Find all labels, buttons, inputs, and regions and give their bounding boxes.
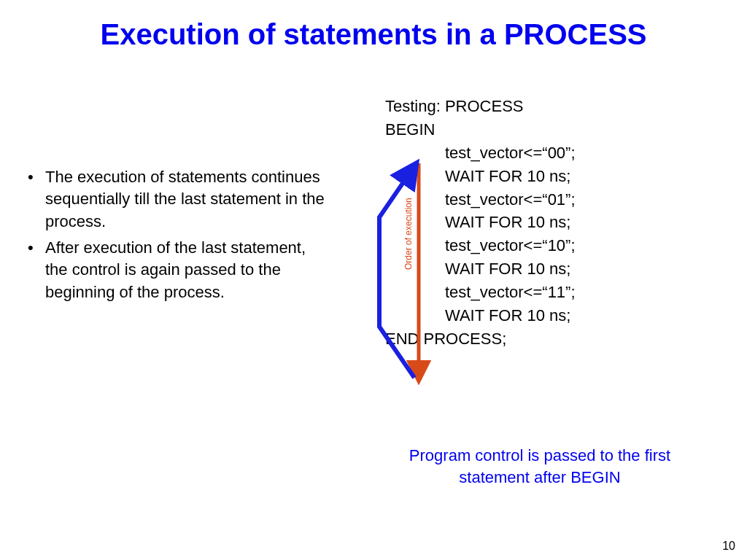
code-line: test_vector<=“11”; (385, 281, 721, 304)
code-line: WAIT FOR 10 ns; (385, 211, 721, 234)
slide-title: Execution of statements in a PROCESS (0, 18, 747, 51)
code-block: Testing: PROCESS BEGIN test_vector<=“00”… (385, 95, 721, 351)
code-line: Testing: PROCESS (385, 95, 721, 118)
caption-text: Program control is passed to the first s… (372, 445, 708, 488)
bullet-item: The execution of statements continues se… (20, 166, 327, 233)
code-line: END PROCESS; (385, 327, 721, 351)
code-line: WAIT FOR 10 ns; (385, 304, 721, 327)
order-of-execution-label: Order of execution (403, 198, 414, 270)
code-line: WAIT FOR 10 ns; (385, 257, 721, 281)
bullet-item: After execution of the last statement, t… (20, 237, 327, 303)
page-number: 10 (722, 540, 735, 553)
code-line: test_vector<=“01”; (385, 188, 721, 211)
code-line: WAIT FOR 10 ns; (385, 165, 721, 188)
code-line: BEGIN (385, 118, 721, 141)
code-line: test_vector<=“00”; (385, 141, 721, 165)
bullet-list: The execution of statements continues se… (20, 166, 327, 308)
code-line: test_vector<=“10”; (385, 234, 721, 257)
